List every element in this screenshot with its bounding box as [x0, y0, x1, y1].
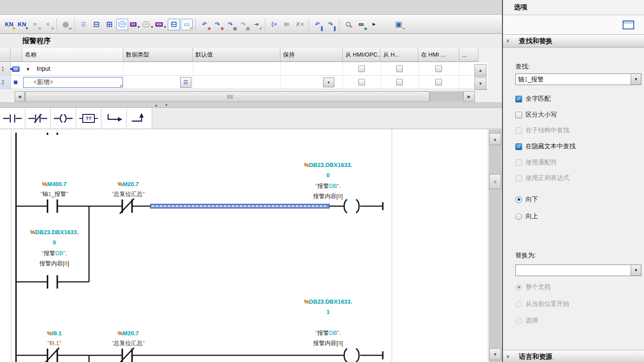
checkbox-find-in-hidden-text[interactable]	[515, 143, 522, 150]
cross-references-icon[interactable]: ✗≡	[294, 19, 306, 30]
absolute-operands-dropdown-icon[interactable]: ▼	[137, 25, 140, 30]
more-commands-icon[interactable]: ▶	[368, 19, 380, 30]
contact-alarm-content-8[interactable]: %DB23.DBX1633. 0 "报警DB". 报警内容[8]	[30, 229, 78, 289]
toolbar-separator	[308, 19, 309, 30]
favorites-display-icon[interactable]: ▭★	[181, 19, 193, 30]
checkbox-use-wildcards	[515, 159, 522, 166]
chevron-down-icon: ∨	[506, 354, 510, 359]
edit-resize-grip[interactable]	[120, 85, 123, 88]
col-header-from-hmi[interactable]: 从 H...	[381, 48, 418, 62]
col-header-retain[interactable]: 保持	[280, 48, 343, 62]
col-header-datatype[interactable]: 数据类型	[123, 48, 193, 62]
contact-total-reset-nc-2[interactable]: %M20.7 "总复位汇总"	[112, 330, 145, 362]
call-environment-icon[interactable]: ⟨≡	[268, 19, 280, 30]
symbolic-operands-dropdown-icon[interactable]: ▼	[163, 25, 166, 30]
table-scroll-left-button[interactable]: ◀	[15, 91, 24, 102]
coil-alarm-content-9[interactable]: %DB23.DBX1633. 1 "报警DB". 报警内容[9]	[304, 298, 384, 362]
splitter-collapse-down-icon[interactable]: ▼	[165, 103, 168, 107]
col-header-from-hmi-opc[interactable]: 从 HMI/OPC..	[343, 48, 381, 62]
network-overview-icon[interactable]: ☰	[77, 19, 89, 30]
checkbox-visible-hmi[interactable]	[435, 79, 442, 85]
next-error-icon[interactable]: ↷⊗	[211, 19, 223, 30]
nc-contact-button[interactable]	[25, 108, 51, 129]
navigate-forward-icon[interactable]: ↷▌	[324, 19, 336, 30]
delete-network-icon[interactable]: KN✕	[16, 19, 28, 30]
contact-total-reset-nc[interactable]: %M20.7 "总复位汇总"	[112, 181, 145, 214]
checkbox-visible-hmi[interactable]	[435, 65, 442, 72]
keep-actual-values-icon[interactable]: ⬤↩	[60, 19, 72, 30]
table-scroll-right-button[interactable]: ▶	[463, 91, 475, 102]
float-window-icon[interactable]	[623, 20, 634, 29]
col-header-visible-hmi[interactable]: 在 HMI ...	[418, 48, 459, 62]
replace-combobox[interactable]: ▼	[515, 264, 641, 276]
languages-resources-section-header[interactable]: ∨ 语言和资源	[503, 350, 644, 362]
checkbox-from-hmi[interactable]	[396, 79, 403, 85]
test-glasses-icon[interactable]: ∞▶	[355, 19, 367, 30]
no-contact-button[interactable]	[0, 108, 25, 129]
contact-i91-nc[interactable]: %I9.1 "I9.1"	[45, 330, 62, 362]
operand-comments-dropdown-icon[interactable]: ▼	[150, 25, 154, 30]
editor-scroll-thumb[interactable]: ≡	[489, 174, 501, 189]
datatype-picker-button[interactable]: ☰	[180, 77, 191, 88]
toolbar-separator	[57, 19, 57, 30]
radio-down[interactable]	[515, 196, 522, 203]
toggle-network-comments-icon[interactable]: ⋯	[116, 19, 128, 30]
dropdown-arrow-button[interactable]: ▼	[631, 265, 641, 276]
table-scroll-down-button[interactable]: ▼	[474, 77, 486, 90]
close-all-networks-icon[interactable]: ⊟	[90, 19, 102, 30]
previous-error-icon[interactable]: ↶⊗	[198, 19, 211, 30]
open-all-networks-icon[interactable]: ⊞	[103, 19, 115, 30]
consistency-check-icon[interactable]: ⇥✔	[250, 19, 262, 30]
table-scroll-up-button[interactable]: ▲	[474, 64, 486, 77]
radio-up[interactable]	[515, 213, 522, 220]
checkbox-whole-word[interactable]	[515, 96, 522, 102]
editor-scroll-up-button[interactable]: ▲	[489, 133, 501, 145]
svg-text:%DB23.DBX1633.: %DB23.DBX1633.	[304, 162, 352, 168]
empty-box-button[interactable]: ??	[76, 108, 101, 129]
find-combobox[interactable]: 轴1_报警 ▼	[515, 73, 641, 85]
contact-axis1-alarm[interactable]: %M400.7 "轴1_报警"	[41, 181, 69, 213]
table-horizontal-scrollbar[interactable]	[24, 91, 463, 102]
selected-wire[interactable]	[150, 204, 329, 208]
row-name[interactable]: Input	[36, 65, 50, 72]
find-replace-section-header[interactable]: ∨ 查找和替换	[503, 34, 644, 48]
close-branch-button[interactable]	[127, 108, 152, 129]
navigate-back-icon[interactable]: ↶▌	[312, 19, 324, 30]
table-hscroll-thumb[interactable]	[25, 91, 429, 102]
name-edit-field[interactable]: <新增>	[23, 77, 123, 88]
open-branch-button[interactable]	[101, 108, 127, 129]
col-header-more[interactable]: ...	[459, 48, 478, 62]
checkbox-match-case[interactable]	[515, 112, 522, 118]
insert-row-above-icon[interactable]: ≡✱	[29, 19, 41, 30]
svg-text:"报警DB".: "报警DB".	[316, 183, 341, 189]
splitter-collapse-up-icon[interactable]: ▲	[154, 103, 158, 107]
assignment-list-icon[interactable]: I≡	[281, 19, 293, 30]
insert-row-below-icon[interactable]: ≡✱	[42, 19, 54, 30]
retain-dropdown[interactable]: ▼	[323, 77, 334, 87]
editor-vertical-scrollbar[interactable]: ▲ ≡ ▼	[489, 130, 502, 362]
update-block-calls-icon[interactable]: ↷▦	[224, 19, 236, 30]
checkbox-from-hmi[interactable]	[396, 65, 403, 72]
network-sequence-icon[interactable]: ⊟	[168, 19, 180, 30]
pane-splitter[interactable]: ▲ ▼	[0, 102, 502, 108]
insert-network-icon[interactable]: KN✱	[3, 19, 15, 30]
symbolic-operands-icon[interactable]: KN▼	[155, 19, 167, 30]
editor-scroll-down-button[interactable]: ▼	[489, 348, 501, 360]
coil-button[interactable]	[51, 108, 76, 129]
checkbox-from-hmi-opc[interactable]	[358, 65, 365, 72]
table-row-add-new[interactable]: 2 <新增> ☰ ▼	[0, 76, 487, 89]
table-row-input[interactable]: 1 ▼ Input	[0, 62, 487, 76]
operand-comments-icon[interactable]: ⋯▼	[142, 19, 154, 30]
absolute-operands-icon[interactable]: 01▼	[129, 19, 141, 30]
expander-icon[interactable]: ▼	[26, 67, 30, 72]
lad-network-editor[interactable]: %M400.7 "轴1_报警" %M20.7 "总复位汇总" %DB23.DBX…	[0, 129, 487, 362]
checkbox-use-regex	[515, 175, 522, 182]
synchronize-block-calls-icon[interactable]: ↷▦	[237, 19, 249, 30]
checkbox-from-hmi-opc[interactable]	[358, 79, 365, 85]
col-header-default[interactable]: 默认值	[193, 48, 280, 62]
dropdown-arrow-button[interactable]: ▼	[631, 74, 641, 85]
find-in-editor-icon[interactable]	[342, 19, 354, 30]
col-header-name[interactable]: 名称	[22, 48, 123, 62]
keep-actual-values-glyph: ⬤	[62, 21, 69, 27]
split-editor-space-icon[interactable]: ▣●	[393, 19, 405, 30]
